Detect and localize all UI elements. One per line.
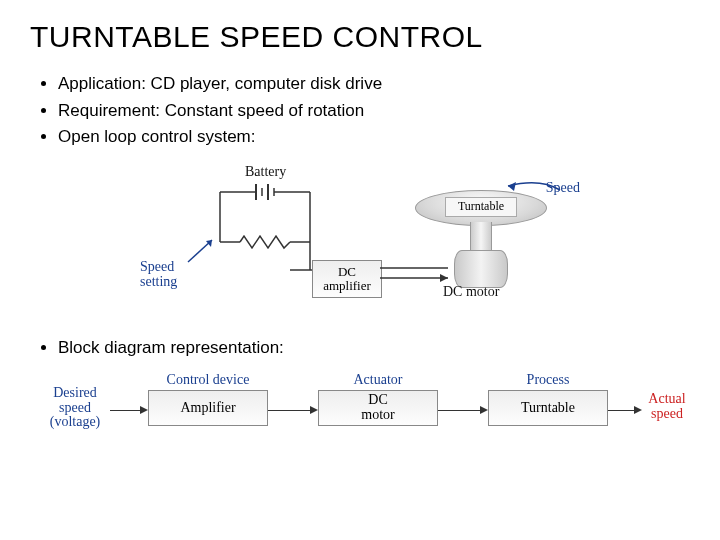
svg-marker-16 — [440, 274, 448, 282]
bullet-blockdiagram: Block diagram representation: — [58, 338, 690, 358]
schematic-figure: Battery Speed setting Speed Turntable DC… — [140, 164, 580, 324]
speed-setting-label: Speed setting — [140, 260, 177, 289]
speed-setting-arrow-icon — [184, 236, 220, 266]
bullet-application: Application: CD player, computer disk dr… — [58, 72, 690, 97]
input-label: Desired speed (voltage) — [40, 386, 110, 430]
svg-marker-11 — [206, 240, 212, 247]
bullet-list-mid: Block diagram representation: — [30, 338, 690, 358]
block-control-device: Control device Amplifier — [148, 372, 268, 426]
arrow-line-icon — [608, 410, 636, 411]
page-title: TURNTABLE SPEED CONTROL — [30, 20, 690, 54]
battery-label: Battery — [245, 164, 286, 180]
bullet-openloop: Open loop control system: — [58, 125, 690, 150]
bullet-requirement: Requirement: Constant speed of rotation — [58, 99, 690, 124]
block-process: Process Turntable — [488, 372, 608, 426]
arrowhead-icon — [480, 406, 488, 414]
wires-icon — [290, 234, 460, 294]
block-diagram-figure: Desired speed (voltage) Control device A… — [40, 368, 680, 458]
bullet-list-top: Application: CD player, computer disk dr… — [30, 72, 690, 150]
block-actuator: Actuator DC motor — [318, 372, 438, 426]
output-label: Actual speed — [642, 392, 692, 421]
arrow-line-icon — [268, 410, 312, 411]
arrowhead-icon — [310, 406, 318, 414]
turntable-shaft-icon — [470, 222, 492, 252]
turntable-label: Turntable — [445, 197, 517, 217]
svg-marker-12 — [508, 182, 516, 191]
dc-motor-icon — [454, 250, 508, 288]
block-caption: Actuator — [318, 372, 438, 388]
arrow-line-icon — [110, 410, 142, 411]
arrow-line-icon — [438, 410, 482, 411]
block-box: DC motor — [318, 390, 438, 426]
arrowhead-icon — [140, 406, 148, 414]
block-caption: Control device — [148, 372, 268, 388]
arrowhead-icon — [634, 406, 642, 414]
block-caption: Process — [488, 372, 608, 388]
block-box: Amplifier — [148, 390, 268, 426]
block-box: Turntable — [488, 390, 608, 426]
